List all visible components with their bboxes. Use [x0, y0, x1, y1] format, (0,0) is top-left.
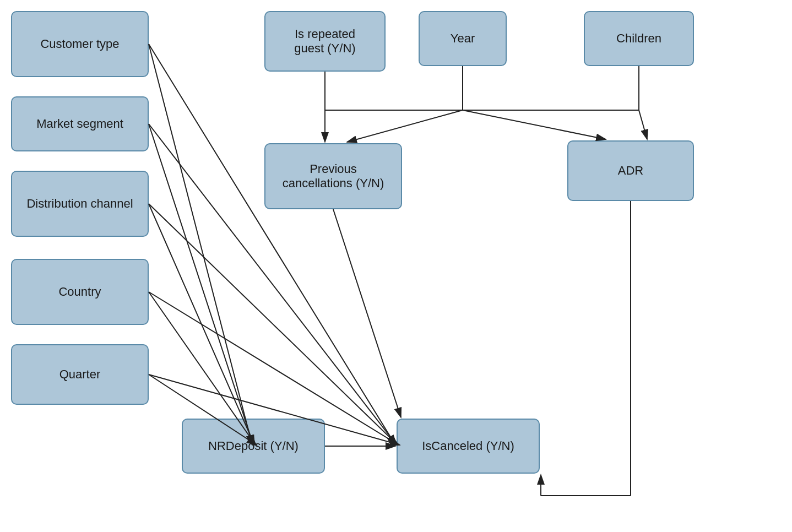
node-previous-cancellations: Previous cancellations (Y/N) — [264, 143, 402, 209]
node-country: Country — [11, 259, 149, 325]
node-customer-type: Customer type — [11, 11, 149, 77]
diagram: Customer type Market segment Distributio… — [0, 0, 792, 532]
node-year: Year — [419, 11, 507, 66]
svg-line-3 — [347, 110, 463, 142]
svg-line-15 — [149, 204, 398, 445]
node-is-repeated-guest: Is repeated guest (Y/N) — [264, 11, 386, 72]
svg-line-14 — [149, 204, 254, 445]
svg-line-20 — [333, 209, 401, 417]
node-nr-deposit: NRDeposit (Y/N) — [182, 419, 325, 474]
node-market-segment: Market segment — [11, 96, 149, 151]
svg-line-10 — [149, 44, 252, 445]
svg-line-12 — [149, 124, 253, 445]
node-children: Children — [584, 11, 694, 66]
svg-line-5 — [463, 110, 606, 139]
svg-line-7 — [639, 110, 647, 139]
svg-line-11 — [149, 44, 395, 445]
node-adr: ADR — [567, 140, 694, 201]
node-distribution-channel: Distribution channel — [11, 171, 149, 237]
node-quarter: Quarter — [11, 344, 149, 405]
node-is-canceled: IsCanceled (Y/N) — [397, 419, 540, 474]
